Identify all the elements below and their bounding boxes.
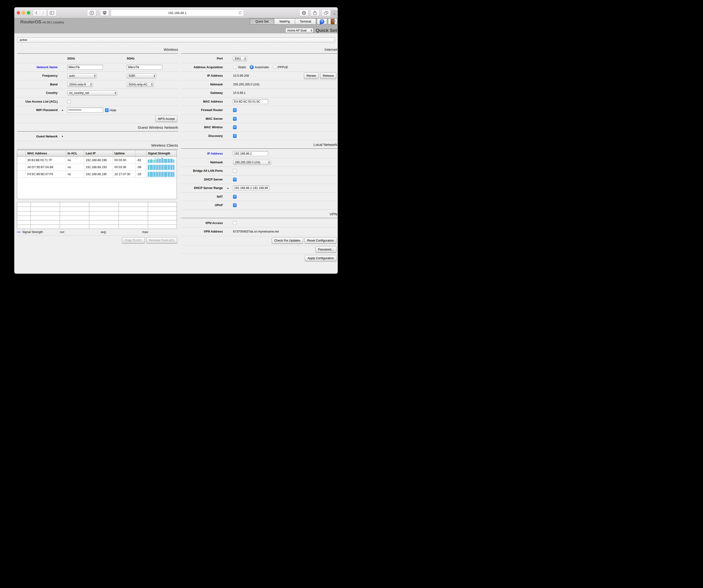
lan-ip-input[interactable]	[233, 151, 268, 156]
bridge-all-checkbox[interactable]: ✓	[233, 169, 237, 173]
country-row: Country no_country_set	[17, 89, 178, 97]
zoom-window-button[interactable]	[27, 11, 30, 14]
frequency-2ghz-value: auto	[69, 74, 75, 77]
onepassword-extension-button[interactable]	[87, 9, 96, 16]
dhcp-server-checkbox[interactable]: ✓	[233, 177, 237, 181]
acl-label: Use Access List (ACL)	[17, 100, 58, 103]
config-mode-select[interactable]: Home AP Dual	[286, 28, 313, 33]
expand-arrow-icon[interactable]: ▼	[62, 135, 64, 138]
status-bar: active	[17, 38, 335, 42]
tab-terminal[interactable]: Terminal	[295, 18, 316, 24]
band-row: Band 2GHz-only-N 5GHz-only-AC	[17, 80, 178, 89]
ublock-extension-button[interactable]: UO	[100, 9, 109, 16]
port-select[interactable]: Eth1	[233, 56, 247, 61]
tab-overview-button[interactable]	[321, 9, 331, 16]
release-button[interactable]: Release	[320, 73, 336, 79]
col-header-mac[interactable]: MAC Address	[26, 150, 66, 157]
sidebar-button[interactable]	[48, 9, 57, 16]
legend-cur-label: cur:	[60, 230, 65, 234]
nat-checkbox[interactable]: ✓	[233, 195, 237, 199]
legend-series-label: Signal Strength	[22, 230, 43, 234]
brand-name: RouterOS	[20, 19, 42, 24]
download-icon	[302, 11, 306, 15]
logout-button[interactable]: ⇦	[328, 18, 337, 24]
check-for-updates-button[interactable]: Check For Updates	[272, 237, 303, 244]
client-row[interactable]: F4:5C:89:9D:07:F5no192.168.88.1952d 17:0…	[17, 171, 177, 178]
radio-automatic[interactable]	[250, 65, 254, 69]
reload-button[interactable]	[238, 11, 242, 15]
tab-webfig[interactable]: WebFig	[274, 18, 295, 24]
remove-from-acl-button[interactable]: Remove From ACL	[146, 237, 177, 243]
mac-address-input[interactable]	[233, 99, 268, 104]
radio-static[interactable]	[233, 65, 237, 69]
collapse-arrow-icon[interactable]: ▲	[227, 187, 229, 189]
col-header-signal-value[interactable]	[136, 150, 147, 157]
client-row[interactable]: A0:D7:95:B7:0A:86no192.168.88.19300:03:3…	[17, 164, 177, 171]
apply-row: Apply Configuration	[181, 254, 337, 263]
country-select[interactable]: no_country_set	[67, 90, 117, 95]
status-text: active	[20, 38, 27, 42]
discovery-checkbox[interactable]: ✓	[233, 134, 237, 138]
close-window-button[interactable]	[17, 11, 20, 14]
address-bar[interactable]: 192.168.88.1	[111, 9, 244, 16]
apply-configuration-button[interactable]: Apply Configuration	[305, 255, 336, 261]
renew-button[interactable]: Renew	[304, 73, 319, 79]
col-header-uptime[interactable]: Uptime	[113, 150, 136, 157]
wan-netmask-row: Netmask 255.255.255.0 (/24)	[181, 80, 337, 89]
network-name-2ghz-input[interactable]	[67, 65, 103, 70]
band-2ghz-select[interactable]: 2GHz-only-N	[67, 82, 93, 87]
tabs-icon	[324, 11, 328, 15]
lan-netmask-select[interactable]: 255.255.255.0 (/24)	[233, 160, 271, 165]
mac-winbox-checkbox[interactable]: ✓	[233, 125, 237, 129]
collapse-arrow-icon[interactable]: ▲	[62, 109, 64, 111]
forward-button[interactable]	[40, 10, 47, 16]
band-2ghz-value: 2GHz-only-N	[69, 83, 86, 86]
minimize-window-button[interactable]	[22, 11, 25, 14]
wifi-password-input[interactable]	[67, 108, 103, 113]
browser-toolbar: UO 192.168.88.1 +	[14, 7, 338, 18]
sidebar-icon	[50, 11, 54, 14]
frequency-5ghz-select[interactable]: 5280	[127, 73, 156, 78]
help-button[interactable]: ?	[317, 18, 327, 24]
legend-max-label: max:	[142, 230, 149, 234]
radio-automatic-label: Automatic	[255, 65, 269, 69]
password-button[interactable]: Password...	[315, 246, 336, 252]
wps-accept-button[interactable]: WPS Accept	[155, 116, 177, 122]
acl-checkbox[interactable]: ✓	[67, 100, 71, 103]
client-row[interactable]: 30:63:6B:03:71:7Fno192.168.88.19600:03:3…	[17, 157, 177, 164]
col-header-signal[interactable]: Signal Strength	[146, 150, 177, 157]
upnp-checkbox[interactable]: ✓	[233, 203, 237, 207]
radio-pppoe[interactable]	[272, 65, 277, 69]
col-header-lastip[interactable]: Last IP	[84, 150, 113, 157]
share-button[interactable]	[310, 9, 320, 16]
password-row: Password...	[181, 245, 337, 254]
client-cell: 30:63:6B:03:71:7F	[26, 157, 66, 164]
guest-network-row[interactable]: Guest Network ▼	[17, 132, 178, 141]
vpn-access-checkbox[interactable]: ✓	[233, 221, 237, 225]
routeros-brand: RouterOSv6.39.1 (stable)	[20, 19, 64, 25]
reset-configuration-button[interactable]: Reset Configuration	[305, 237, 336, 244]
wan-netmask-value: 255.255.255.0 (/24)	[233, 83, 259, 86]
tab-quick-set[interactable]: Quick Set	[250, 18, 274, 24]
clients-section-title: Wireless Clients	[17, 141, 178, 149]
client-cell	[146, 171, 177, 178]
dhcp-range-input[interactable]	[233, 186, 269, 191]
back-button[interactable]	[33, 10, 40, 16]
mac-server-checkbox[interactable]: ✓	[233, 117, 237, 121]
firewall-router-checkbox[interactable]: ✓	[233, 108, 237, 112]
hide-password-checkbox[interactable]: ✓	[105, 108, 108, 112]
copy-to-acl-button[interactable]: Copy To ACL	[122, 237, 145, 243]
frequency-2ghz-select[interactable]: auto	[67, 73, 97, 78]
band-5ghz-select[interactable]: 5GHz-only-AC	[127, 82, 154, 87]
frequency-5ghz-value: 5280	[129, 74, 135, 77]
onepassword-icon	[89, 11, 94, 15]
network-name-label: Network Name	[17, 66, 58, 69]
network-name-5ghz-input[interactable]	[127, 65, 162, 70]
client-cell	[17, 171, 26, 178]
col-header-inacl[interactable]: In ACL	[66, 150, 84, 157]
col-header-select[interactable]	[17, 150, 26, 157]
acl-buttons-row: Copy To ACL Remove From ACL	[17, 236, 178, 245]
new-tab-button[interactable]: +	[331, 10, 338, 18]
browser-window: UO 192.168.88.1 + RouterOSv6.39.1 (stabl…	[14, 7, 338, 274]
downloads-button[interactable]	[299, 9, 308, 16]
